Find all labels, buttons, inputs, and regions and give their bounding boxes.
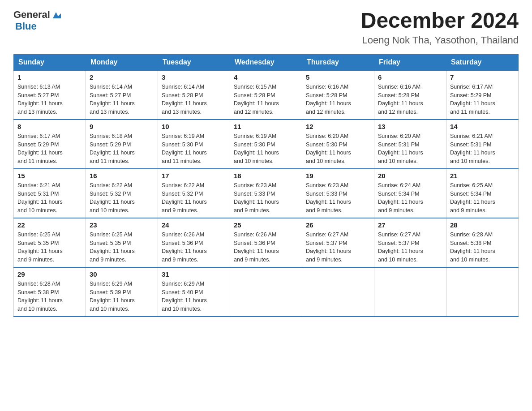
day-number: 8 [17, 123, 82, 130]
table-row: 2 Sunrise: 6:14 AMSunset: 5:27 PMDayligh… [86, 70, 158, 120]
table-row: 22 Sunrise: 6:25 AMSunset: 5:35 PMDaylig… [14, 218, 86, 267]
day-info: Sunrise: 6:28 AMSunset: 5:38 PMDaylight:… [450, 231, 495, 263]
header-wednesday: Wednesday [230, 54, 302, 70]
day-number: 23 [90, 221, 154, 229]
day-info: Sunrise: 6:24 AMSunset: 5:34 PMDaylight:… [378, 182, 423, 214]
day-info: Sunrise: 6:20 AMSunset: 5:30 PMDaylight:… [306, 133, 351, 164]
table-row [302, 267, 374, 317]
header-monday: Monday [86, 54, 158, 70]
day-info: Sunrise: 6:14 AMSunset: 5:28 PMDaylight:… [162, 84, 207, 115]
table-row: 15 Sunrise: 6:21 AMSunset: 5:31 PMDaylig… [14, 169, 86, 218]
day-info: Sunrise: 6:26 AMSunset: 5:36 PMDaylight:… [234, 231, 279, 263]
table-row: 29 Sunrise: 6:28 AMSunset: 5:38 PMDaylig… [14, 267, 86, 317]
day-number: 7 [450, 73, 515, 81]
table-row: 20 Sunrise: 6:24 AMSunset: 5:34 PMDaylig… [374, 169, 446, 218]
table-row: 24 Sunrise: 6:26 AMSunset: 5:36 PMDaylig… [158, 218, 230, 267]
table-row: 5 Sunrise: 6:16 AMSunset: 5:28 PMDayligh… [302, 70, 374, 120]
page-header: General Blue December 2024 Loeng Nok Tha… [13, 9, 519, 46]
day-info: Sunrise: 6:19 AMSunset: 5:30 PMDaylight:… [162, 133, 207, 164]
day-info: Sunrise: 6:29 AMSunset: 5:40 PMDaylight:… [162, 281, 207, 312]
table-row [446, 267, 519, 317]
table-row: 30 Sunrise: 6:29 AMSunset: 5:39 PMDaylig… [86, 267, 158, 317]
calendar-subtitle: Loeng Nok Tha, Yasothon, Thailand [361, 34, 519, 46]
day-number: 27 [378, 221, 442, 229]
day-number: 5 [306, 73, 370, 81]
table-row: 3 Sunrise: 6:14 AMSunset: 5:28 PMDayligh… [158, 70, 230, 120]
day-number: 31 [162, 270, 226, 278]
day-number: 29 [17, 270, 82, 278]
table-row: 12 Sunrise: 6:20 AMSunset: 5:30 PMDaylig… [302, 120, 374, 169]
day-number: 2 [90, 73, 154, 81]
calendar-title: December 2024 [361, 9, 519, 33]
table-row: 28 Sunrise: 6:28 AMSunset: 5:38 PMDaylig… [446, 218, 519, 267]
day-info: Sunrise: 6:27 AMSunset: 5:37 PMDaylight:… [306, 231, 351, 263]
logo: General Blue [13, 9, 61, 32]
day-number: 11 [234, 123, 298, 130]
day-number: 9 [90, 123, 154, 130]
day-number: 25 [234, 221, 298, 229]
day-info: Sunrise: 6:22 AMSunset: 5:32 PMDaylight:… [162, 182, 207, 214]
day-info: Sunrise: 6:14 AMSunset: 5:27 PMDaylight:… [90, 84, 135, 115]
day-number: 10 [162, 123, 226, 130]
table-row: 26 Sunrise: 6:27 AMSunset: 5:37 PMDaylig… [302, 218, 374, 267]
day-info: Sunrise: 6:29 AMSunset: 5:39 PMDaylight:… [90, 281, 135, 312]
day-number: 30 [90, 270, 154, 278]
day-info: Sunrise: 6:21 AMSunset: 5:31 PMDaylight:… [450, 133, 495, 164]
table-row: 9 Sunrise: 6:18 AMSunset: 5:29 PMDayligh… [86, 120, 158, 169]
day-number: 6 [378, 73, 442, 81]
day-info: Sunrise: 6:27 AMSunset: 5:37 PMDaylight:… [378, 231, 423, 263]
day-number: 15 [17, 172, 82, 180]
day-info: Sunrise: 6:21 AMSunset: 5:31 PMDaylight:… [17, 182, 63, 214]
day-info: Sunrise: 6:28 AMSunset: 5:38 PMDaylight:… [17, 281, 63, 312]
day-number: 22 [17, 221, 82, 229]
day-info: Sunrise: 6:26 AMSunset: 5:36 PMDaylight:… [162, 231, 207, 263]
day-info: Sunrise: 6:16 AMSunset: 5:28 PMDaylight:… [378, 84, 423, 115]
day-info: Sunrise: 6:22 AMSunset: 5:32 PMDaylight:… [90, 182, 135, 214]
day-info: Sunrise: 6:25 AMSunset: 5:35 PMDaylight:… [90, 231, 135, 263]
table-row: 27 Sunrise: 6:27 AMSunset: 5:37 PMDaylig… [374, 218, 446, 267]
header-sunday: Sunday [14, 54, 86, 70]
day-info: Sunrise: 6:19 AMSunset: 5:30 PMDaylight:… [234, 133, 279, 164]
table-row: 18 Sunrise: 6:23 AMSunset: 5:33 PMDaylig… [230, 169, 302, 218]
day-number: 17 [162, 172, 226, 180]
calendar-table: Sunday Monday Tuesday Wednesday Thursday… [13, 54, 519, 317]
table-row: 16 Sunrise: 6:22 AMSunset: 5:32 PMDaylig… [86, 169, 158, 218]
table-row: 8 Sunrise: 6:17 AMSunset: 5:29 PMDayligh… [14, 120, 86, 169]
day-info: Sunrise: 6:15 AMSunset: 5:28 PMDaylight:… [234, 84, 279, 115]
table-row: 10 Sunrise: 6:19 AMSunset: 5:30 PMDaylig… [158, 120, 230, 169]
table-row: 1 Sunrise: 6:13 AMSunset: 5:27 PMDayligh… [14, 70, 86, 120]
day-number: 21 [450, 172, 515, 180]
table-row: 4 Sunrise: 6:15 AMSunset: 5:28 PMDayligh… [230, 70, 302, 120]
table-row: 19 Sunrise: 6:23 AMSunset: 5:33 PMDaylig… [302, 169, 374, 218]
day-info: Sunrise: 6:16 AMSunset: 5:28 PMDaylight:… [306, 84, 351, 115]
day-info: Sunrise: 6:18 AMSunset: 5:29 PMDaylight:… [90, 133, 135, 164]
table-row: 14 Sunrise: 6:21 AMSunset: 5:31 PMDaylig… [446, 120, 519, 169]
day-number: 19 [306, 172, 370, 180]
day-number: 18 [234, 172, 298, 180]
table-row: 6 Sunrise: 6:16 AMSunset: 5:28 PMDayligh… [374, 70, 446, 120]
day-number: 16 [90, 172, 154, 180]
day-number: 20 [378, 172, 442, 180]
day-info: Sunrise: 6:13 AMSunset: 5:27 PMDaylight:… [17, 84, 63, 115]
day-number: 14 [450, 123, 515, 130]
weekday-header-row: Sunday Monday Tuesday Wednesday Thursday… [14, 54, 519, 70]
header-saturday: Saturday [446, 54, 519, 70]
day-number: 4 [234, 73, 298, 81]
table-row: 13 Sunrise: 6:20 AMSunset: 5:31 PMDaylig… [374, 120, 446, 169]
table-row: 11 Sunrise: 6:19 AMSunset: 5:30 PMDaylig… [230, 120, 302, 169]
day-info: Sunrise: 6:17 AMSunset: 5:29 PMDaylight:… [450, 84, 495, 115]
day-number: 24 [162, 221, 226, 229]
day-number: 12 [306, 123, 370, 130]
day-number: 13 [378, 123, 442, 130]
header-thursday: Thursday [302, 54, 374, 70]
day-number: 28 [450, 221, 515, 229]
day-number: 3 [162, 73, 226, 81]
day-number: 1 [17, 73, 82, 81]
table-row: 21 Sunrise: 6:25 AMSunset: 5:34 PMDaylig… [446, 169, 519, 218]
table-row: 7 Sunrise: 6:17 AMSunset: 5:29 PMDayligh… [446, 70, 519, 120]
day-info: Sunrise: 6:25 AMSunset: 5:34 PMDaylight:… [450, 182, 495, 214]
day-info: Sunrise: 6:25 AMSunset: 5:35 PMDaylight:… [17, 231, 63, 263]
logo-triangle-icon [51, 10, 61, 20]
table-row: 25 Sunrise: 6:26 AMSunset: 5:36 PMDaylig… [230, 218, 302, 267]
day-info: Sunrise: 6:20 AMSunset: 5:31 PMDaylight:… [378, 133, 423, 164]
